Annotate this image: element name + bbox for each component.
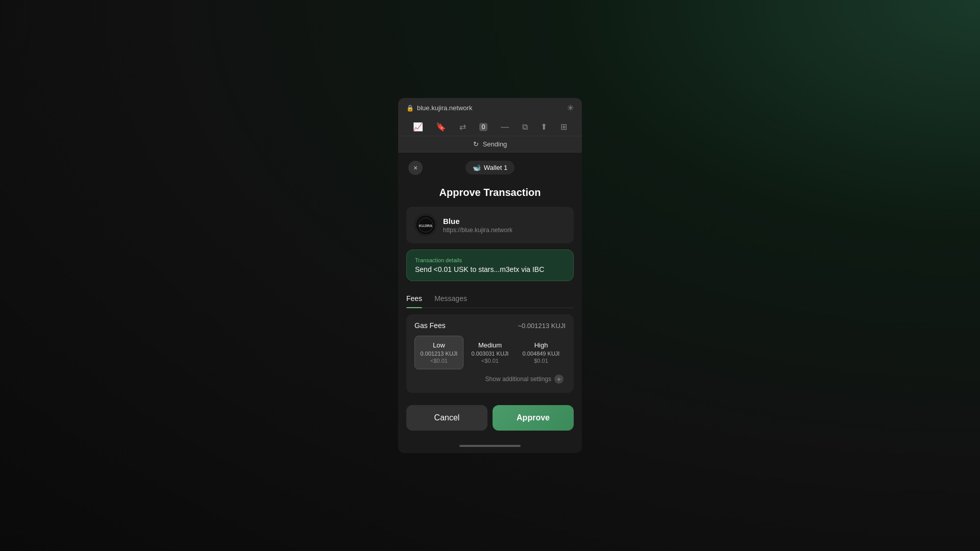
- show-settings-text: Show additional settings: [485, 375, 551, 383]
- site-info-card: KUJIRA Blue https://blue.kujira.network: [406, 207, 574, 243]
- fee-option-medium[interactable]: Medium 0.003031 KUJI <$0.01: [465, 336, 514, 369]
- gas-amount: ~0.001213 KUJI: [518, 322, 566, 330]
- fee-low-usd: <$0.01: [419, 358, 459, 364]
- site-name: Blue: [443, 217, 512, 226]
- fee-medium-kuji: 0.003031 KUJI: [470, 350, 510, 357]
- fee-option-high[interactable]: High 0.004849 KUJI $0.01: [517, 336, 566, 369]
- tabs-row: Fees Messages: [406, 289, 574, 308]
- fee-high-name: High: [521, 341, 561, 349]
- svg-text:KUJIRA: KUJIRA: [419, 224, 432, 228]
- grid-icon[interactable]: ⊞: [560, 122, 567, 132]
- site-logo: KUJIRA: [414, 214, 437, 236]
- wallet-badge[interactable]: 🐋 Wallet 1: [465, 161, 514, 174]
- gas-fees-card: Gas Fees ~0.001213 KUJI Low 0.001213 KUJ…: [406, 314, 574, 393]
- tab-count-icon[interactable]: 0: [479, 123, 488, 131]
- tx-details-label: Transaction details: [415, 257, 565, 263]
- approve-transaction-modal: × 🐋 Wallet 1 Approve Transaction KUJIRA: [398, 153, 582, 441]
- fee-options: Low 0.001213 KUJI <$0.01 Medium 0.003031…: [414, 336, 566, 369]
- close-icon: ×: [413, 164, 418, 172]
- browser-bar: 🔒 blue.kujira.network ✳: [398, 98, 582, 118]
- tx-details-card: Transaction details Send <0.01 USK to st…: [406, 249, 574, 281]
- browser-actions: ✳: [567, 103, 574, 113]
- tab-messages[interactable]: Messages: [434, 289, 467, 308]
- toolbar-row: 📈 🔖 ⇄ 0 — ⧉ ⬆ ⊞: [398, 118, 582, 136]
- share-icon[interactable]: ⬆: [541, 122, 547, 132]
- home-bar: [459, 445, 521, 447]
- fee-low-name: Low: [419, 341, 459, 349]
- sending-spinner: ↻: [473, 140, 479, 148]
- browser-url: blue.kujira.network: [417, 104, 472, 112]
- fee-medium-usd: <$0.01: [470, 358, 510, 364]
- gas-header: Gas Fees ~0.001213 KUJI: [414, 321, 566, 330]
- home-indicator: [398, 441, 582, 453]
- kujira-logo: KUJIRA: [415, 215, 436, 235]
- close-button[interactable]: ×: [408, 161, 423, 175]
- action-buttons: Cancel Approve: [398, 397, 582, 441]
- sending-bar: ↻ Sending: [398, 136, 582, 153]
- fee-high-usd: $0.01: [521, 358, 561, 364]
- modal-title: Approve Transaction: [398, 183, 582, 207]
- sending-text: Sending: [483, 140, 507, 148]
- tab-fees[interactable]: Fees: [406, 289, 422, 308]
- gas-label: Gas Fees: [414, 321, 446, 330]
- approve-button[interactable]: Approve: [493, 405, 574, 431]
- cancel-button[interactable]: Cancel: [406, 405, 487, 431]
- wallet-emoji: 🐋: [473, 164, 481, 171]
- arrows-icon[interactable]: ⇄: [459, 122, 466, 132]
- lock-icon: 🔒: [406, 105, 414, 112]
- modal-header: × 🐋 Wallet 1: [398, 153, 582, 183]
- chart-icon[interactable]: 📈: [413, 122, 423, 132]
- fee-low-kuji: 0.001213 KUJI: [419, 350, 459, 357]
- bookmark-icon[interactable]: 🔖: [436, 122, 446, 132]
- spinner-icon: ✳: [567, 103, 574, 113]
- site-info-text: Blue https://blue.kujira.network: [443, 217, 512, 234]
- show-additional-settings-row[interactable]: Show additional settings +: [414, 369, 566, 386]
- minus-icon[interactable]: —: [501, 122, 509, 132]
- tx-details-text: Send <0.01 USK to stars...m3etx via IBC: [415, 265, 565, 273]
- plus-circle-icon: +: [554, 374, 564, 384]
- fee-high-kuji: 0.004849 KUJI: [521, 350, 561, 357]
- wallet-name: Wallet 1: [484, 164, 507, 171]
- fee-option-low[interactable]: Low 0.001213 KUJI <$0.01: [414, 336, 463, 369]
- fee-medium-name: Medium: [470, 341, 510, 349]
- site-url: https://blue.kujira.network: [443, 227, 512, 234]
- layers-icon[interactable]: ⧉: [522, 122, 528, 132]
- url-bar: 🔒 blue.kujira.network: [406, 104, 472, 112]
